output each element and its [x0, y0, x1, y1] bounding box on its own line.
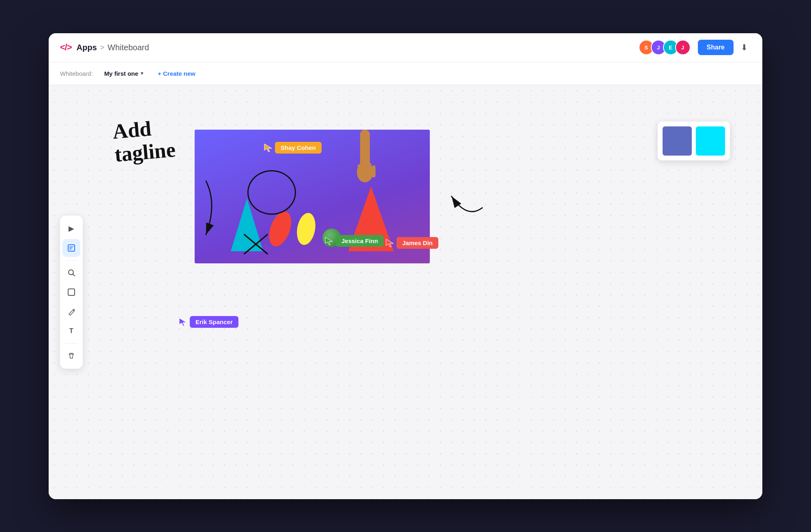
cursor-jessica-finn: Jessica Finn [324, 235, 384, 247]
page-title: Whiteboard [107, 43, 149, 52]
breadcrumb: Apps > Whiteboard [77, 43, 149, 52]
logo-icon: </> [60, 42, 72, 53]
swatch-purple[interactable] [663, 126, 692, 156]
cursor-tag-shay: Shay Cohen [275, 142, 322, 154]
red-oval [265, 208, 296, 249]
svg-rect-12 [372, 165, 375, 177]
apps-link[interactable]: Apps [77, 43, 97, 52]
whiteboard-selector[interactable]: My first one ▾ [101, 68, 146, 79]
whiteboard-label: Whiteboard: [60, 70, 93, 77]
whiteboard-name: My first one [104, 70, 138, 77]
canvas-area[interactable]: ▶ [49, 85, 762, 499]
cursor-tag-james: James Din [397, 237, 438, 249]
nav-right: S J E J Share ⬇ [639, 40, 751, 55]
svg-marker-19 [179, 318, 187, 326]
cursor-arrow-shay [264, 143, 272, 152]
breadcrumb-separator: > [100, 43, 105, 52]
sub-nav: Whiteboard: My first one ▾ + Create new [49, 62, 762, 85]
cursor-erik-spancer: Erik Spancer [178, 316, 238, 328]
cursor-shay-cohen: Shay Cohen [264, 142, 322, 154]
color-swatches-panel[interactable] [658, 122, 730, 160]
whiteboard-content: Add tagline [49, 85, 762, 499]
cursor-tag-erik: Erik Spancer [190, 316, 238, 328]
yellow-oval [294, 211, 318, 246]
avatar-4[interactable]: J [675, 40, 691, 55]
svg-rect-9 [358, 164, 362, 178]
svg-marker-18 [325, 237, 333, 245]
cursor-tag-jessica: Jessica Finn [336, 235, 384, 247]
app-window: </> Apps > Whiteboard S J E J Share ⬇ Wh… [49, 33, 762, 499]
download-button[interactable]: ⬇ [738, 40, 751, 55]
chevron-down-icon: ▾ [141, 71, 143, 76]
cursor-arrow-james [385, 238, 394, 247]
teal-cone [231, 199, 263, 251]
svg-rect-10 [363, 162, 367, 178]
svg-marker-17 [264, 144, 272, 152]
create-new-button[interactable]: + Create new [154, 68, 199, 79]
cursor-james-din: James Din [385, 237, 438, 249]
cursor-arrow-jessica [324, 236, 333, 245]
top-nav: </> Apps > Whiteboard S J E J Share ⬇ [49, 33, 762, 62]
avatar-group: S J E J [639, 40, 691, 55]
swatch-cyan[interactable] [696, 126, 725, 156]
hand-element [349, 130, 381, 194]
handwritten-annotation: Add tagline [112, 115, 176, 166]
svg-marker-20 [386, 239, 393, 247]
share-button[interactable]: Share [698, 40, 734, 55]
svg-rect-11 [367, 163, 371, 178]
cursor-arrow-erik [178, 317, 187, 326]
